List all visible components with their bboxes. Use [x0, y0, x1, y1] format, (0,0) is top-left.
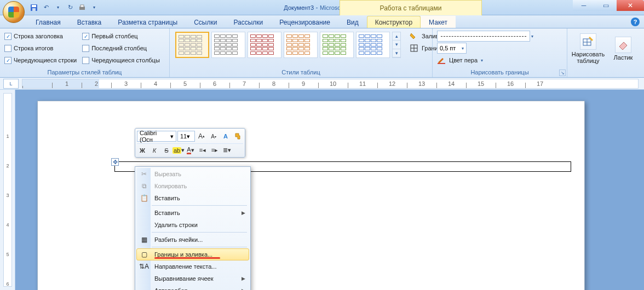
style-thumb-6[interactable]: for(let i=0;i<20;i++)document.write('<sp… [356, 32, 390, 58]
split-cells-icon: ▦ [139, 235, 149, 245]
qat-undo-icon[interactable]: ↶ [41, 2, 51, 13]
ctx-insert[interactable]: Вставить▶ [136, 207, 249, 219]
contextual-tab-label: Работа с таблицами [340, 0, 482, 15]
draw-table-button[interactable]: Нарисовать таблицу [572, 31, 605, 67]
ctx-borders-shading[interactable]: ▢Границы и заливка... [136, 248, 249, 260]
font-color-icon[interactable]: A▾ [185, 145, 196, 156]
help-icon[interactable]: ? [631, 18, 640, 26]
highlight-icon[interactable]: ab▾ [173, 145, 184, 156]
ctx-copy: ⧉Копировать [136, 180, 249, 192]
ribbon-tabs: Главная Вставка Разметка страницы Ссылки… [0, 15, 644, 28]
ruler-row: L 1234567891011121314151617 [0, 78, 644, 90]
styles-icon[interactable]: A [220, 131, 231, 142]
tab-design[interactable]: Конструктор [367, 16, 421, 28]
svg-rect-8 [438, 63, 445, 64]
minimize-button[interactable]: ─ [573, 0, 595, 11]
ctx-paste[interactable]: 📋Вставить [136, 192, 249, 204]
group-title-table-styles: Стили таблиц [174, 68, 428, 76]
pen-color-button[interactable]: Цвет пера ▾ [437, 55, 533, 66]
ctx-cut: ✂Вырезать [136, 168, 249, 180]
ctx-split-cells[interactable]: ▦Разбить ячейки... [136, 234, 249, 246]
decrease-indent-icon[interactable]: ≡◂ [197, 145, 208, 156]
group-title-draw-borders: Нарисовать границы [437, 68, 562, 76]
ctx-delete-rows[interactable]: Удалить строки [136, 219, 249, 231]
chk-header-row[interactable]: ✓Строка заголовка [4, 31, 77, 42]
ctx-text-direction[interactable]: ⇅AНаправление текста... [136, 260, 249, 272]
size-combo[interactable]: 11 ▾ [177, 131, 195, 142]
tab-home[interactable]: Главная [27, 16, 69, 28]
mini-toolbar: Calibri (Осн▾ 11 ▾ A▴ A▾ A Ж К S ab▾ A▾ … [135, 128, 245, 158]
table-move-handle-icon[interactable]: ✥ [111, 158, 119, 166]
chk-last-col[interactable]: Последний столбец [82, 43, 160, 54]
eraser-button[interactable]: Ластик [610, 31, 636, 67]
tab-layout[interactable]: Макет [421, 16, 456, 28]
group-title-style-options: Параметры стилей таблиц [4, 68, 165, 76]
ruler-corner[interactable]: L [3, 79, 19, 89]
format-painter-icon[interactable] [232, 131, 243, 142]
qat-customize-icon[interactable]: ▾ [89, 2, 100, 13]
submenu-arrow-icon: ▶ [242, 288, 245, 290]
ctx-autofit[interactable]: Автоподбор▶ [136, 285, 249, 290]
qat-save-icon[interactable] [28, 2, 39, 13]
chk-first-col[interactable]: ✓Первый столбец [82, 31, 160, 42]
grow-font-icon[interactable]: A▴ [196, 131, 207, 142]
paste-icon: 📋 [139, 193, 149, 203]
ribbon: ✓Строка заголовка Строка итогов ✓Чередую… [0, 28, 644, 78]
context-menu: ✂Вырезать ⧉Копировать 📋Вставить Вставить… [135, 166, 251, 290]
tab-page-layout[interactable]: Разметка страницы [110, 16, 186, 28]
quick-access-toolbar: ↶ ▾ ↻ ▾ [28, 2, 100, 13]
text-direction-icon: ⇅A [139, 262, 149, 271]
font-combo[interactable]: Calibri (Осн▾ [137, 131, 176, 142]
bold-icon[interactable]: Ж [137, 145, 148, 156]
chk-banded-rows[interactable]: ✓Чередующиеся строки [4, 55, 77, 66]
borders-icon: ▢ [139, 250, 149, 259]
svg-rect-2 [32, 8, 36, 11]
cut-icon: ✂ [139, 169, 149, 179]
group-launcher-icon[interactable]: ↘ [559, 69, 566, 76]
vertical-ruler[interactable]: 1 2 3 4 5 6 [0, 90, 15, 290]
gallery-more[interactable]: ▴▾▾ [392, 32, 401, 58]
line-style-combo[interactable] [437, 31, 530, 42]
office-button[interactable] [3, 1, 25, 23]
copy-icon: ⧉ [139, 181, 149, 191]
maximize-button[interactable]: ▭ [595, 0, 617, 11]
line-width-combo[interactable]: 0,5 пт▾ [437, 43, 467, 54]
horizontal-ruler[interactable]: 1234567891011121314151617 [22, 79, 639, 89]
svg-rect-1 [32, 5, 36, 7]
increase-indent-icon[interactable]: ≡▸ [209, 145, 220, 156]
tab-review[interactable]: Рецензирование [271, 16, 338, 28]
italic-icon[interactable]: К [149, 145, 160, 156]
tab-insert[interactable]: Вставка [69, 16, 110, 28]
style-thumb-2[interactable]: for(let i=0;i<20;i++)document.write('<sp… [211, 32, 245, 58]
qat-print-icon[interactable] [77, 2, 88, 13]
qat-redo-icon[interactable]: ↻ [65, 2, 76, 13]
ctx-align-cells[interactable]: Выравнивание ячеек▶ [136, 272, 249, 285]
strike-icon[interactable]: S [161, 145, 172, 156]
submenu-arrow-icon: ▶ [242, 276, 245, 281]
svg-rect-4 [81, 5, 84, 7]
chk-total-row[interactable]: Строка итогов [4, 43, 77, 54]
style-thumb-4[interactable]: for(let i=0;i<20;i++)document.write('<sp… [284, 32, 318, 58]
tab-references[interactable]: Ссылки [186, 16, 225, 28]
annotation-underline [154, 257, 220, 259]
tab-view[interactable]: Вид [338, 16, 367, 28]
qat-undo-more[interactable]: ▾ [53, 2, 64, 13]
bullets-icon[interactable]: ≣▾ [221, 145, 232, 156]
submenu-arrow-icon: ▶ [242, 210, 245, 216]
style-thumb-3[interactable]: for(let i=0;i<20;i++)document.write('<sp… [248, 32, 281, 58]
tab-mailings[interactable]: Рассылки [225, 16, 271, 28]
style-thumb-1[interactable]: for(let i=0;i<20;i++)document.write('<sp… [175, 32, 209, 58]
style-thumb-5[interactable]: for(let i=0;i<20;i++)document.write('<sp… [320, 32, 354, 58]
document-page[interactable]: ✥ [37, 101, 585, 290]
table-styles-gallery[interactable]: for(let i=0;i<20;i++)document.write('<sp… [174, 31, 402, 59]
chk-banded-cols[interactable]: Чередующиеся столбцы [82, 55, 160, 66]
shrink-font-icon[interactable]: A▾ [208, 131, 219, 142]
close-button[interactable]: ✕ [617, 0, 644, 11]
